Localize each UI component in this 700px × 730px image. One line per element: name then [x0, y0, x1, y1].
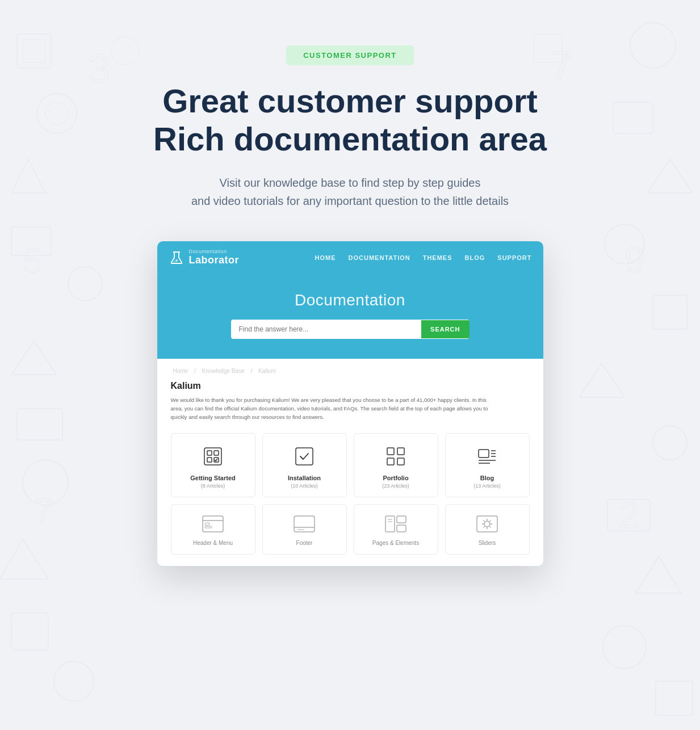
svg-rect-36 — [207, 451, 212, 455]
svg-line-70 — [489, 526, 491, 527]
card-title-blog: Blog — [452, 475, 522, 481]
card-getting-started[interactable]: Getting Started (8 Articles) — [171, 433, 255, 497]
svg-rect-11 — [11, 613, 48, 650]
card-subtitle-blog: (13 Articles) — [452, 483, 522, 489]
svg-line-72 — [484, 526, 485, 527]
card-bottom-title-footer: Footer — [270, 540, 339, 546]
svg-rect-54 — [205, 526, 212, 528]
svg-point-34 — [173, 261, 174, 262]
svg-rect-38 — [207, 458, 212, 462]
svg-rect-51 — [203, 516, 223, 532]
blog-icon — [475, 444, 500, 469]
svg-rect-59 — [397, 516, 406, 523]
card-title-installation: Installation — [270, 475, 339, 481]
header-menu-icon — [200, 514, 225, 534]
svg-rect-45 — [479, 450, 489, 458]
card-subtitle-portfolio: (23 Articles) — [361, 483, 431, 489]
card-sliders[interactable]: Sliders — [445, 504, 530, 555]
nav-home[interactable]: HOME — [315, 254, 336, 261]
laborator-logo-icon — [169, 250, 185, 266]
hero-title: Documentation — [169, 291, 532, 309]
search-button[interactable]: SEARCH — [421, 320, 469, 338]
svg-rect-23 — [656, 681, 693, 715]
cards-grid: Getting Started (8 Articles) Installatio… — [171, 433, 530, 497]
card-subtitle-installation: (10 Articles) — [270, 483, 339, 489]
logo-small-text: Documentation — [189, 249, 240, 255]
svg-rect-35 — [204, 448, 221, 465]
browser-content: Home / Knowledge Base / Kalium Kalium We… — [157, 359, 543, 566]
installation-icon — [292, 444, 317, 469]
search-input[interactable] — [231, 320, 422, 339]
page-description: We would like to thank you for purchasin… — [171, 396, 500, 422]
sliders-icon — [475, 514, 500, 534]
svg-rect-37 — [214, 451, 219, 455]
svg-rect-40 — [296, 448, 313, 465]
nav-blog[interactable]: BLOG — [465, 254, 485, 261]
svg-line-69 — [484, 520, 485, 521]
card-blog[interactable]: Blog (13 Articles) — [445, 433, 530, 497]
logo-big-text: Laborator — [189, 255, 240, 266]
browser-nav: HOME DOCUMENTATION THEMES BLOG SUPPORT — [315, 254, 532, 261]
browser-mockup: Documentation Laborator HOME DOCUMENTATI… — [157, 241, 543, 565]
pages-elements-icon — [383, 514, 408, 534]
card-bottom-title-pages: Pages & Elements — [361, 540, 431, 546]
browser-header: Documentation Laborator HOME DOCUMENTATI… — [157, 241, 543, 274]
portfolio-icon — [383, 444, 408, 469]
card-installation[interactable]: Installation (10 Articles) — [262, 433, 347, 497]
card-pages-elements[interactable]: Pages & Elements — [354, 504, 438, 555]
main-heading: Great customer support Rich documentatio… — [153, 82, 547, 158]
svg-rect-42 — [397, 448, 404, 455]
card-title-getting-started: Getting Started — [178, 475, 248, 481]
card-header-menu[interactable]: Header & Menu — [171, 504, 255, 555]
sub-heading: Visit our knowledge base to find step by… — [191, 174, 509, 210]
footer-icon — [292, 514, 317, 534]
svg-rect-41 — [387, 448, 394, 455]
svg-rect-58 — [385, 516, 395, 532]
svg-point-64 — [484, 521, 490, 527]
customer-support-badge: CUSTOMER SUPPORT — [286, 45, 414, 65]
nav-themes[interactable]: THEMES — [423, 254, 452, 261]
svg-point-33 — [175, 259, 178, 262]
getting-started-icon — [200, 444, 225, 469]
card-subtitle-getting-started: (8 Articles) — [178, 483, 248, 489]
svg-point-12 — [54, 661, 94, 701]
svg-rect-53 — [205, 523, 209, 525]
browser-hero: Documentation SEARCH — [157, 274, 543, 359]
svg-line-71 — [489, 520, 491, 521]
svg-rect-43 — [387, 458, 394, 465]
card-footer[interactable]: Footer — [262, 504, 347, 555]
nav-documentation[interactable]: DOCUMENTATION — [349, 254, 410, 261]
card-portfolio[interactable]: Portfolio (23 Articles) — [354, 433, 438, 497]
svg-rect-63 — [477, 516, 497, 532]
search-bar: SEARCH — [231, 320, 470, 339]
svg-rect-60 — [397, 525, 406, 532]
page-title: Kalium — [171, 381, 530, 391]
card-title-portfolio: Portfolio — [361, 475, 431, 481]
card-bottom-title-header: Header & Menu — [178, 540, 248, 546]
svg-point-22 — [603, 626, 646, 669]
cards-grid-bottom: Header & Menu Footer — [171, 504, 530, 555]
card-bottom-title-sliders: Sliders — [452, 540, 522, 546]
nav-support[interactable]: SUPPORT — [497, 254, 531, 261]
browser-logo: Documentation Laborator — [169, 249, 240, 266]
breadcrumb: Home / Knowledge Base / Kalium — [171, 368, 530, 374]
svg-rect-44 — [397, 458, 404, 465]
